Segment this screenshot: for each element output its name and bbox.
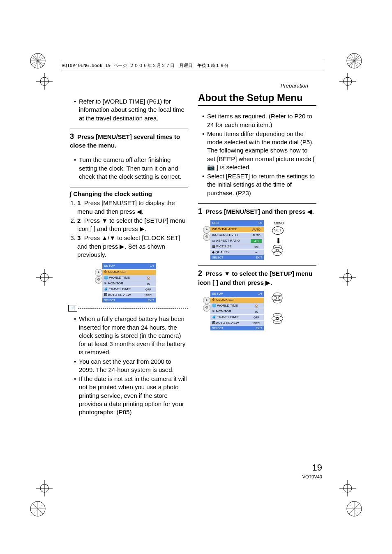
body-text: Set items as required. (Refer to P20 to … xyxy=(207,112,316,129)
crosshair-icon xyxy=(36,73,53,90)
registration-mark-icon xyxy=(30,501,46,517)
list-item: Press ▼ to select the [SETUP] menu icon … xyxy=(77,217,185,232)
step-1: 1 Press [MENU/SET] and then press ◀. xyxy=(198,206,316,216)
registration-mark-icon xyxy=(346,501,362,517)
svg-point-54 xyxy=(273,313,281,317)
lcd-setup-menu: ●⚙ SETUP1/4 ⏱ CLOCK SET 🌐 WORLD TIME🏠 ✳ … xyxy=(102,263,156,302)
svg-point-52 xyxy=(273,299,281,303)
body-text: When a fully charged battery has been in… xyxy=(79,315,188,356)
step-title: Press ▼ to select the [SETUP] menu icon … xyxy=(198,270,312,286)
doc-code: VQT0V40 xyxy=(302,474,322,480)
svg-point-47 xyxy=(272,247,283,253)
svg-point-51 xyxy=(272,295,283,301)
right-column: About the Setup Menu Set items as requir… xyxy=(198,91,316,422)
svg-point-46 xyxy=(273,245,281,249)
step-title: Press [MENU/SET] several times to close … xyxy=(70,133,180,149)
body-text: You can set the year from 2000 to 2099. … xyxy=(79,358,188,374)
list-item: Press [MENU/SET] to display the menu and… xyxy=(77,199,175,215)
body-text: Select [RESET] to return the settings to… xyxy=(207,172,316,197)
note-divider: 📄 xyxy=(70,308,188,309)
svg-point-49 xyxy=(276,249,278,252)
set-button-icon: SET xyxy=(272,226,284,235)
svg-point-48 xyxy=(273,252,281,256)
step-number: 1 xyxy=(198,207,202,215)
lcd-setup-menu: ●⚙ SETUP1/4 ⏱ CLOCK SET 🌐 WORLD TIME🏠 ✳ … xyxy=(210,291,264,330)
registration-mark-icon xyxy=(30,53,46,69)
book-header: VQT0V40ENG.book 19 ページ ２００６年２月２７日 月曜日 午後… xyxy=(62,61,325,71)
body-text: Turn the camera off after finishing sett… xyxy=(79,156,188,181)
page-title: About the Setup Menu xyxy=(198,91,316,106)
crosshair-icon xyxy=(339,269,356,286)
step-3: 3 Press [MENU/SET] several times to clos… xyxy=(70,132,188,150)
menu-label: MENU xyxy=(274,222,284,226)
lcd-rec-menu: ●⚙ REC1/3 WB W.BALANCEAUTO ISO SENSITIVI… xyxy=(210,220,264,260)
svg-point-57 xyxy=(276,317,278,319)
page-footer: 19 VQT0V40 xyxy=(302,462,322,480)
svg-point-56 xyxy=(273,320,281,324)
dpad-icon xyxy=(270,292,284,306)
list-item: Press ▲/▼ to select [CLOCK SET] and then… xyxy=(77,234,180,258)
svg-point-55 xyxy=(272,316,283,321)
step-title: Press [MENU/SET] and then press ◀. xyxy=(205,208,314,215)
note-icon: 📄 xyxy=(68,305,77,312)
lcd-mode-tabs: ●⚙ xyxy=(95,269,102,284)
dpad-icon: ▶ xyxy=(270,312,284,322)
body-text: Refer to [WORLD TIME] (P61) for informat… xyxy=(79,97,188,122)
registration-mark-icon xyxy=(346,53,362,69)
crosshair-icon xyxy=(36,480,53,496)
dpad-icon: ◀ xyxy=(270,244,284,254)
body-text: Menu items differ depending on the mode … xyxy=(207,130,316,171)
lcd-mode-tabs: ●⚙ xyxy=(203,297,210,312)
lcd-mode-tabs: ●⚙ xyxy=(203,226,210,241)
crosshair-icon xyxy=(339,73,356,90)
step-number: 2 xyxy=(198,269,202,277)
page-number: 19 xyxy=(302,462,322,474)
subheading: ∫ Changing the clock setting xyxy=(70,190,188,198)
body-text: If the date is not set in the camera it … xyxy=(79,375,188,416)
left-column: Refer to [WORLD TIME] (P61) for informat… xyxy=(70,91,188,422)
crosshair-icon xyxy=(339,480,356,496)
svg-point-53 xyxy=(276,297,278,299)
crosshair-icon xyxy=(36,269,53,286)
numbered-list: 1 Press [MENU/SET] to display the menu a… xyxy=(70,199,188,259)
step-number: 3 xyxy=(70,132,74,141)
svg-point-50 xyxy=(273,293,281,297)
section-label: Preparation xyxy=(281,82,308,90)
step-2: 2 Press ▼ to select the [SETUP] menu ico… xyxy=(198,268,316,287)
